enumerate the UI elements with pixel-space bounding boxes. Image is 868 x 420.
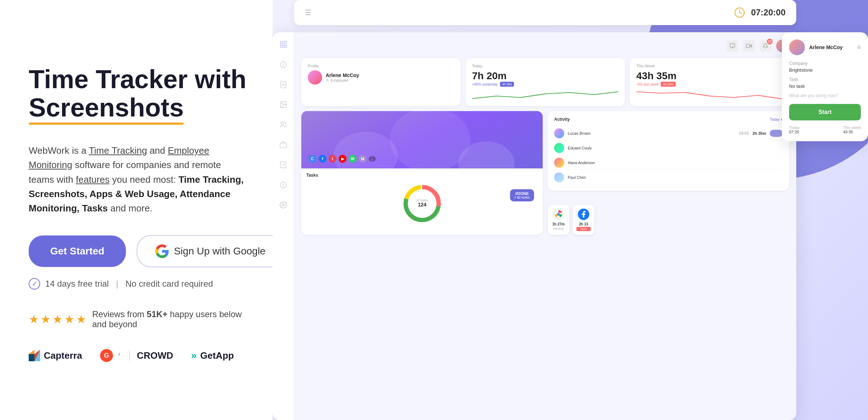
more-apps: ... [369,156,376,162]
widget-activity-placeholder: What are you doing now? [789,93,861,98]
week-time: 43h 35m [636,70,783,82]
lucas-bar [770,130,783,137]
trial-info: ✓ 14 days free trial | No credit card re… [29,278,247,290]
svg-rect-8 [284,42,286,44]
notification-icon: 28 [760,40,771,52]
today-chart [472,90,618,100]
svg-text:124: 124 [418,202,426,207]
eduard-avatar [554,143,564,153]
capterra-logo: Capterra [29,350,82,361]
svg-rect-21 [730,44,735,47]
separator: | [116,279,118,289]
sidebar-doc-icon [278,80,288,90]
chrome-tile-icon [553,209,564,220]
activity-row-1: Lucas Brown 09:55 2h 35m [554,126,783,141]
hana-avatar [554,158,564,168]
svg-point-17 [281,122,283,124]
g2-logo: G ² CROWD [100,349,173,362]
lucas-time: 09:55 [739,131,749,135]
google-signup-button[interactable]: Sign Up with Google [137,235,284,267]
widget-company-value: Brightstone [789,67,861,73]
dashboard-sidebar [273,32,294,420]
google-icon [155,244,169,258]
screenshot-app-icons: C f I ▶ W M ... [304,152,380,166]
sidebar-settings-icon [278,200,288,210]
week-label: This Week [636,64,783,68]
today-stat-val: 07:20 [789,130,799,134]
profile-card-label: Profile [308,64,454,68]
no-card-text: No credit card required [126,279,213,289]
svg-rect-9 [280,45,282,47]
getapp-logo: » GetApp [191,350,234,361]
g2-circle-icon: G [100,349,113,362]
svg-rect-12 [280,81,286,88]
sidebar-clock-icon [278,59,288,70]
chrome-app-icon: C [308,155,316,163]
main-headline: Time Tracker with Screenshots [29,65,247,122]
dashboard-topbar: 28 [301,39,789,52]
left-panel: Time Tracker with Screenshots WebWork is… [0,0,273,420]
fb-tile: 2h 13 Non [573,205,594,235]
tasks-donut: All tasks 124 #DONE + 82 tasks [306,182,538,225]
fb-tile-icon [578,209,589,220]
done-badge: #DONE + 82 tasks [510,189,534,201]
dashboard-main: 28 Profile Arlene McCoy Employee [294,32,796,420]
timer-display: 07:20:00 [751,8,786,18]
activity-header: Activity Today ▾ [554,117,783,122]
week-stat-val: 43:35 [843,130,861,134]
svg-point-28 [390,111,470,168]
week-chart [636,90,783,100]
svg-point-16 [282,103,283,104]
sidebar-image-icon [278,100,288,110]
fb-time: 2h 13 [576,222,591,226]
today-card: Today 7h 20m +45% yesterday 4h 36s [466,58,625,106]
star-rating: ★ ★ ★ ★ ★ [29,312,86,326]
sidebar-grid-icon [278,39,288,49]
start-tracking-button[interactable]: Start [789,104,861,120]
getapp-icon: » [191,350,197,361]
check-icon: ✓ [29,278,40,290]
today-time: 7h 20m [472,70,618,82]
lucas-duration: 2h 35m [753,131,766,135]
screenshot-card: C f I ▶ W M ... Tasks [301,111,543,235]
widget-task-value: No task [789,83,861,89]
sidebar-briefcase-icon [278,140,288,150]
eduard-name: Eduard Couly [568,146,775,150]
clock-icon [734,7,745,18]
svg-point-37 [557,213,560,215]
partner-logos: Capterra G ² CROWD » GetApp [29,349,247,362]
chrome-label: Neutral [551,227,566,230]
svg-marker-0 [29,350,34,354]
timer-bar: ☰ 07:20:00 [294,0,796,25]
widget-menu-icon: ≡ [857,44,861,51]
profile-role: Employee [326,78,359,82]
tasks-label: Tasks [306,173,538,178]
widget-header: Arlene McCoy ≡ [789,39,861,55]
paul-name: Paul Chim [568,175,783,180]
google-signup-label: Sign Up with Google [174,245,265,257]
sidebar-timer-icon [278,180,288,190]
widget-name: Arlene McCoy [809,44,853,50]
tasks-section: Tasks All tasks 124 #DONE [301,168,543,229]
today-tag: 4h 36s [500,82,514,87]
hamburger-icon: ☰ [305,8,311,17]
get-started-button[interactable]: Get Started [29,235,126,267]
svg-rect-18 [280,143,286,148]
week-tag: 4h 20m [661,82,676,87]
right-widget: Arlene McCoy ≡ Company Brightstone Task … [782,32,868,141]
sidebar-check-icon [278,160,288,170]
camera-icon [743,40,755,52]
activity-card: Activity Today ▾ Lucas Brown 09:55 2h 35… [548,111,789,191]
description-text: WebWork is a Time Tracking and Employee … [29,143,247,215]
activity-filter-button[interactable]: Today ▾ [770,118,783,121]
notification-count: 28 [767,39,773,44]
profile-card: Profile Arlene McCoy Employee [301,58,461,106]
cta-row: Get Started Sign Up with Google [29,235,247,267]
activity-title: Activity [554,117,570,122]
yt-app-icon: ▶ [339,155,346,163]
hana-name: Hana Anderson [568,161,783,165]
profile-name: Arlene McCoy [326,72,359,78]
activity-row-3: Hana Anderson [554,156,783,170]
week-sub: -4% last week 4h 20m [636,82,783,87]
capterra-icon [29,350,40,361]
